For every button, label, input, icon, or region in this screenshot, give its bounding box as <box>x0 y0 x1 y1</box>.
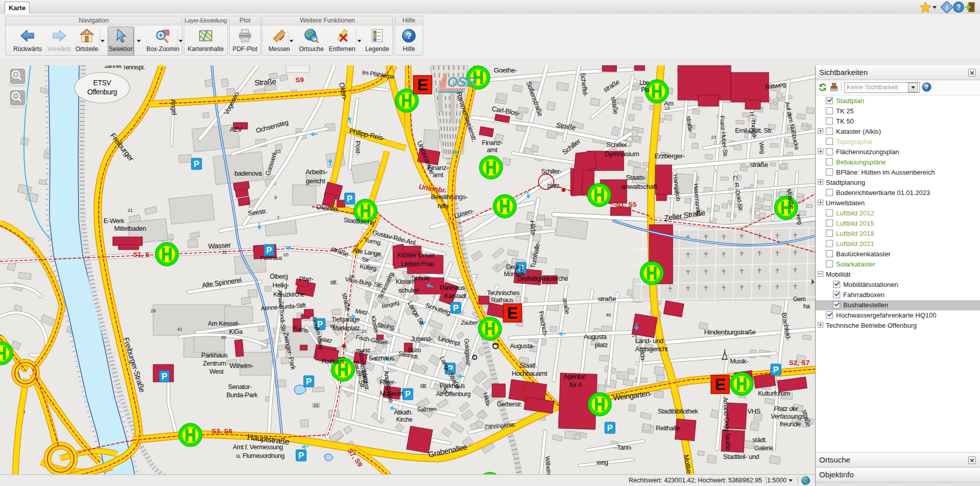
svg-text:Gerberstr.: Gerberstr. <box>497 401 522 408</box>
svg-text:23: 23 <box>711 135 716 140</box>
svg-text:Georg-: Georg- <box>506 263 524 271</box>
svg-text:weg: weg <box>596 458 608 466</box>
svg-text:Kirche: Kirche <box>396 416 412 423</box>
svg-text:ETSV: ETSV <box>93 79 112 87</box>
svg-text:Kloster-: Kloster- <box>396 278 416 285</box>
svg-text:straße: straße <box>750 161 768 168</box>
svg-text:S9: S9 <box>296 76 304 84</box>
svg-text:schulen: schulen <box>399 287 419 294</box>
svg-text:Angel: Angel <box>169 99 179 116</box>
svg-text:Technisches: Technisches <box>487 289 520 297</box>
svg-text:Rathaus: Rathaus <box>322 358 344 365</box>
svg-text:Am Kessel-: Am Kessel- <box>208 320 239 327</box>
svg-text:45: 45 <box>748 130 753 135</box>
svg-text:Staatl.: Staatl. <box>520 361 537 369</box>
svg-text:Schiller: Schiller <box>606 141 628 149</box>
svg-text:West: West <box>209 368 224 375</box>
svg-text:Tiefgarage: Tiefgarage <box>332 316 360 323</box>
svg-text:Mittelbaden: Mittelbaden <box>114 225 146 232</box>
svg-text:58: 58 <box>350 274 355 279</box>
svg-text:Erzberger-: Erzberger- <box>654 152 684 160</box>
svg-text:Museum: Museum <box>380 390 403 397</box>
svg-text:Schiller-: Schiller- <box>541 168 561 175</box>
svg-text:22: 22 <box>222 250 227 255</box>
svg-text:Salmen: Salmen <box>417 406 436 413</box>
svg-text:S3, S6: S3, S6 <box>212 427 233 435</box>
svg-text:Karstadt: Karstadt <box>445 293 467 300</box>
svg-text:Ölberg: Ölberg <box>270 273 288 280</box>
svg-text:Parkhaus: Parkhaus <box>439 382 464 390</box>
svg-text:Heilig-: Heilig- <box>273 282 289 289</box>
svg-text:amt: amt <box>433 171 444 179</box>
svg-text:29: 29 <box>151 308 156 313</box>
svg-text:?: ? <box>925 84 928 91</box>
svg-text:Stadtteil- und: Stadtteil- und <box>723 453 760 460</box>
svg-text:Offenburg: Offenburg <box>87 88 117 96</box>
svg-text:KiGa: KiGa <box>229 328 242 335</box>
svg-text:Tann-: Tann- <box>617 444 632 451</box>
svg-text:Platz der: Platz der <box>774 405 798 412</box>
svg-text:23: 23 <box>276 149 281 154</box>
svg-text:str.: str. <box>420 382 427 390</box>
svg-text:Tennispl.: Tennispl. <box>122 65 144 71</box>
svg-text:Ritter-: Ritter- <box>380 378 396 386</box>
svg-text:41: 41 <box>177 327 182 332</box>
svg-text:für A: für A <box>570 381 582 388</box>
svg-text:Kloster Unser: Kloster Unser <box>398 251 435 259</box>
svg-text:Hilda-: Hilda- <box>529 220 538 237</box>
svg-text:gericht: gericht <box>306 177 325 185</box>
svg-text:Wasser: Wasser <box>208 241 231 250</box>
svg-text:S1, S: S1, S <box>133 251 150 258</box>
svg-text:Zentrum: Zentrum <box>203 359 226 367</box>
svg-text:Lbe: Lbe <box>640 79 649 86</box>
svg-text:OSB: OSB <box>447 75 476 90</box>
svg-text:?: ? <box>406 31 411 41</box>
svg-text:VHS: VHS <box>747 407 761 415</box>
svg-text:E-Werk: E-Werk <box>104 217 125 225</box>
svg-text:Salzhaus: Salzhaus <box>369 354 395 362</box>
svg-text:9: 9 <box>274 195 277 200</box>
svg-text:Parkhaus: Parkhaus <box>439 284 464 291</box>
svg-text:Lieben Frau: Lieben Frau <box>401 260 434 268</box>
svg-text:Galerie: Galerie <box>754 445 773 452</box>
svg-text:Marktplatz: Marktplatz <box>332 325 359 332</box>
svg-text:15: 15 <box>361 329 366 334</box>
svg-text:S2, S7: S2, S7 <box>789 359 810 367</box>
svg-text:freunde: freunde <box>780 420 801 428</box>
svg-text:30: 30 <box>221 335 226 340</box>
svg-text:Altkath.: Altkath. <box>394 409 413 416</box>
svg-text:Parkhaus: Parkhaus <box>201 351 228 359</box>
svg-text:städt.: städt. <box>752 436 767 444</box>
svg-text:Post-: Post- <box>354 140 362 155</box>
svg-text:Senator-: Senator- <box>228 383 252 391</box>
svg-text:S1, S5: S1, S5 <box>616 201 637 208</box>
svg-text:Hilda-: Hilda- <box>639 347 647 362</box>
svg-text:AZV: AZV <box>230 126 242 133</box>
svg-text:Amt f. Vermessung: Amt f. Vermessung <box>233 444 283 451</box>
svg-text:13: 13 <box>665 106 670 111</box>
svg-text:46: 46 <box>606 312 611 318</box>
svg-text:Stadtbibliothek: Stadtbibliothek <box>658 407 698 415</box>
svg-text:Gem: Gem <box>793 296 806 303</box>
svg-text:platz: platz <box>547 182 559 189</box>
svg-text:Gymnasium: Gymnasium <box>604 150 639 158</box>
svg-text:Goethe-: Goethe- <box>494 66 517 74</box>
svg-text:Dreifaltigkeitskirche: Dreifaltigkeitskirche <box>518 275 568 282</box>
svg-text:Jugend-: Jugend- <box>411 335 432 343</box>
svg-text:Musik-: Musik- <box>730 357 748 365</box>
svg-text:Alt Offenburg: Alt Offenburg <box>436 391 471 398</box>
svg-text:badenova: badenova <box>234 169 262 177</box>
svg-text:Parkhaus: Parkhaus <box>260 255 283 261</box>
svg-text:Hindenburgstraße: Hindenburgstraße <box>704 328 756 336</box>
svg-text:Finanz-: Finanz- <box>482 139 502 147</box>
svg-text:markt: markt <box>356 347 371 353</box>
svg-text:Reithalle: Reithalle <box>656 424 680 432</box>
svg-text:25: 25 <box>632 333 637 338</box>
svg-text:straße: straße <box>598 295 616 303</box>
svg-text:u. Flurneuordnung: u. Flurneuordnung <box>236 452 285 459</box>
svg-text:Augusta: Augusta <box>584 333 607 341</box>
svg-text:platz: platz <box>595 341 607 349</box>
svg-text:Bewährungs-: Bewährungs- <box>431 193 468 201</box>
svg-text:Finanz-: Finanz- <box>428 164 448 172</box>
svg-text:Straße: Straße <box>254 77 277 87</box>
